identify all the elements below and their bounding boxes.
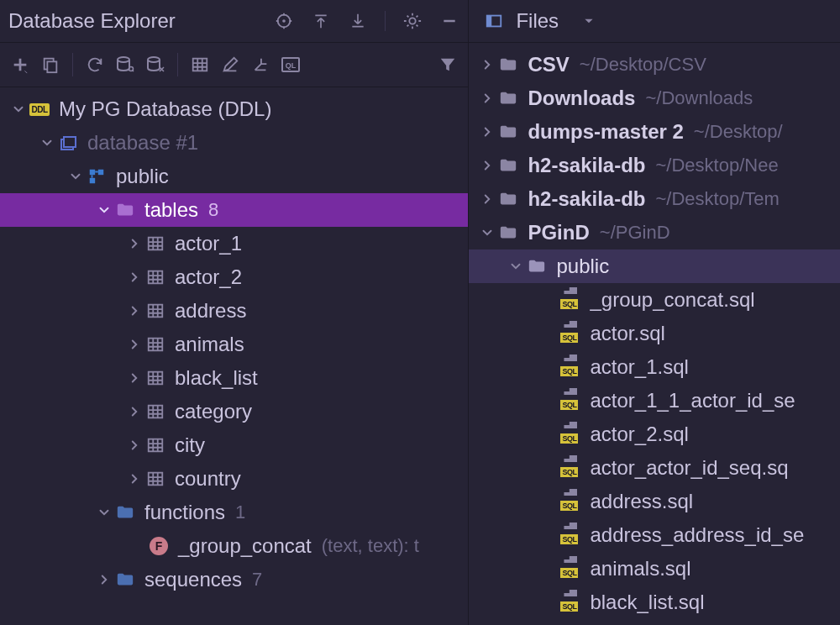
sql-file-icon	[560, 326, 580, 341]
sql-file-icon	[560, 393, 580, 408]
file-name: actor_1_1_actor_id_se	[590, 389, 795, 412]
sql-file-icon	[560, 528, 580, 543]
disconnect-icon[interactable]	[144, 53, 167, 76]
sql-file-icon	[560, 427, 580, 442]
table-icon[interactable]	[188, 53, 212, 76]
file-item[interactable]: actor_actor_id_seq.sq	[469, 451, 840, 485]
folder-name: dumps-master 2	[528, 120, 683, 144]
file-name: actor_2.sql	[590, 423, 688, 446]
sql-file-icon	[560, 561, 580, 576]
tree-table-item[interactable]: country	[0, 462, 468, 496]
folder-public[interactable]: public	[469, 249, 840, 283]
svg-point-12	[118, 57, 129, 62]
sql-file-icon	[560, 360, 580, 375]
folder-path: ~/Desktop/Nee	[655, 155, 778, 176]
file-item[interactable]: _group_concat.sql	[469, 283, 840, 317]
sql-file-icon	[560, 292, 580, 307]
file-name: animals.sql	[590, 557, 690, 580]
folder-name: CSV	[528, 53, 569, 76]
svg-point-9	[283, 19, 286, 23]
table-name: animals	[175, 333, 244, 356]
tree-tables-folder[interactable]: tables 8	[0, 193, 468, 227]
collapse-all-icon[interactable]	[348, 11, 368, 31]
tree-table-item[interactable]: address	[0, 294, 468, 328]
refresh-icon[interactable]	[83, 53, 107, 76]
folder-name: h2-sakila-db	[528, 154, 645, 177]
tree-functions-folder[interactable]: functions 1	[0, 496, 468, 529]
filter-icon[interactable]	[436, 53, 459, 76]
files-tree[interactable]: CSV ~/Desktop/CSV Downloads ~/Downloads …	[469, 43, 840, 625]
tree-table-item[interactable]: black_list	[0, 361, 468, 395]
folder-name: h2-sakila-db	[528, 187, 645, 211]
tree-schema[interactable]: public	[0, 160, 468, 193]
svg-rect-11	[47, 61, 56, 72]
files-pane: Files CSV ~/Desktop/CSV Downloads ~/Down…	[469, 0, 840, 625]
target-icon[interactable]	[274, 11, 294, 31]
folder-path: ~/Desktop/Tem	[655, 188, 779, 210]
file-name: actor.sql	[590, 322, 664, 345]
tree-database[interactable]: database #1	[0, 126, 468, 160]
tree-table-item[interactable]: actor_2	[0, 260, 468, 294]
dropdown-icon[interactable]	[579, 11, 599, 31]
folder-item[interactable]: dumps-master 2 ~/Desktop/	[469, 115, 840, 149]
folder-item[interactable]: CSV ~/Desktop/CSV	[469, 48, 840, 81]
file-name: actor_1.sql	[590, 355, 688, 379]
table-name: actor_1	[175, 232, 242, 255]
file-item[interactable]: actor_1_1_actor_id_se	[469, 384, 840, 418]
table-name: black_list	[175, 366, 258, 390]
file-item[interactable]: actor_1.sql	[469, 350, 840, 384]
folder-path: ~/Downloads	[645, 87, 753, 109]
tree-table-item[interactable]: animals	[0, 328, 468, 361]
sql-file-icon	[560, 494, 580, 509]
table-name: actor_2	[175, 265, 242, 289]
database-explorer-pane: Database Explorer QL	[0, 0, 469, 625]
table-name: category	[175, 400, 252, 423]
file-name: black_list.sql	[590, 591, 704, 614]
jump-to-source-icon[interactable]	[249, 53, 272, 76]
settings-icon[interactable]	[402, 11, 423, 31]
table-name: country	[175, 467, 241, 491]
file-item[interactable]: animals.sql	[469, 552, 840, 586]
table-name: address	[175, 299, 246, 323]
database-tree[interactable]: DDL My PG Database (DDL) database #1 pub…	[0, 87, 468, 625]
minimize-icon[interactable]	[439, 11, 459, 31]
tree-function-item[interactable]: F _group_concat (text, text): t	[0, 529, 468, 563]
edit-icon[interactable]	[218, 53, 242, 76]
svg-text:QL: QL	[286, 61, 297, 70]
add-icon[interactable]	[8, 53, 32, 76]
query-console-icon[interactable]: QL	[279, 53, 302, 76]
file-item[interactable]: black_list.sql	[469, 586, 840, 619]
file-item[interactable]: actor_2.sql	[469, 418, 840, 451]
tree-table-item[interactable]: category	[0, 395, 468, 428]
panel-icon	[484, 11, 504, 31]
tree-table-item[interactable]: city	[0, 428, 468, 462]
folder-path: ~/Desktop/	[694, 121, 783, 143]
files-title: Files	[516, 9, 559, 33]
db-explorer-title: Database Explorer	[8, 9, 176, 33]
folder-item[interactable]: h2-sakila-db ~/Desktop/Tem	[469, 182, 840, 216]
tree-sequences-folder[interactable]: sequences 7	[0, 563, 468, 596]
folder-item[interactable]: h2-sakila-db ~/Desktop/Nee	[469, 149, 840, 182]
folder-item[interactable]: Downloads ~/Downloads	[469, 81, 840, 115]
file-item[interactable]: actor.sql	[469, 317, 840, 350]
file-item[interactable]: address_address_id_se	[469, 518, 840, 552]
sql-file-icon	[560, 595, 580, 610]
file-item[interactable]: address.sql	[469, 485, 840, 518]
expand-all-icon[interactable]	[311, 11, 331, 31]
sql-file-icon	[560, 460, 580, 475]
tree-datasource[interactable]: DDL My PG Database (DDL)	[0, 92, 468, 126]
db-explorer-toolbar: QL	[0, 43, 468, 87]
file-name: address_address_id_se	[590, 523, 804, 547]
tree-table-item[interactable]: actor_1	[0, 227, 468, 260]
file-name: actor_actor_id_seq.sq	[590, 456, 788, 480]
table-name: city	[175, 433, 205, 457]
folder-name: Downloads	[528, 87, 635, 110]
db-explorer-header: Database Explorer	[0, 0, 468, 43]
folder-pgind[interactable]: PGinD ~/PGinD	[469, 216, 840, 249]
svg-point-14	[148, 57, 160, 62]
datasource-properties-icon[interactable]	[113, 53, 137, 76]
folder-path: ~/Desktop/CSV	[580, 54, 706, 76]
file-name: _group_concat.sql	[590, 288, 754, 312]
files-header: Files	[469, 0, 840, 43]
copy-icon[interactable]	[39, 53, 62, 76]
